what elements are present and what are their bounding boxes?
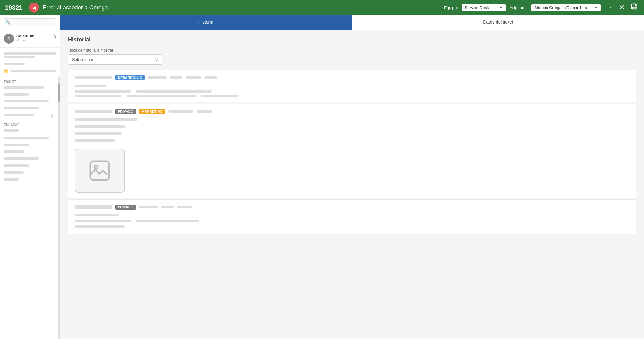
skel-line xyxy=(75,90,131,93)
tab-historial-label: Historial xyxy=(198,19,214,25)
filter-chevron-icon: ∨ xyxy=(155,57,158,62)
skel-line xyxy=(4,157,39,160)
sidebar: 🔍 S Selenium Portal ∧ 📁 xyxy=(0,15,60,339)
filter-label: Tipos de historial a mostrar xyxy=(68,48,636,52)
tabs: Historial Datos del ticket xyxy=(60,15,644,30)
tab-datos[interactable]: Datos del ticket xyxy=(352,15,644,30)
skel-line xyxy=(75,125,125,128)
team-value: Service Desk xyxy=(465,5,489,10)
sidebar-scroll-area: TICKET ∨ ENLAZAR xyxy=(0,77,60,339)
badge-desarrollo: DESARROLLO xyxy=(115,75,145,80)
enlazar-section: ENLAZAR xyxy=(0,121,58,186)
filter-select[interactable]: Seleccionar ∨ xyxy=(68,54,162,65)
profile-sub: Portal xyxy=(16,38,35,42)
skel-line xyxy=(4,171,24,174)
historial-title: Historial xyxy=(68,36,636,43)
skel-line xyxy=(75,110,112,113)
sidebar-collapse-button[interactable]: ∧ xyxy=(53,34,56,39)
skel-line xyxy=(204,76,217,79)
assignee-label: Asignado: xyxy=(509,5,528,10)
main-layout: 🔍 S Selenium Portal ∧ 📁 xyxy=(0,15,644,339)
svg-rect-1 xyxy=(633,4,635,6)
search-icon: 🔍 xyxy=(6,20,10,25)
team-select[interactable]: Service Desk ▼ xyxy=(462,4,506,11)
ticket-id: 19321 xyxy=(5,4,23,11)
skel-line xyxy=(127,95,196,97)
team-chevron-icon: ▼ xyxy=(499,6,502,9)
skel-line xyxy=(4,63,25,65)
team-label: Equipo: xyxy=(444,5,458,10)
svg-rect-3 xyxy=(90,161,109,180)
skel-line xyxy=(75,205,112,209)
skel-line xyxy=(168,110,193,113)
topbar: 19321 ◀ Error al acceder a Omega Equipo:… xyxy=(0,0,644,15)
ticket-title: Error al acceder a Omega xyxy=(43,4,440,11)
sidebar-search-area: 🔍 xyxy=(0,15,60,30)
badge-privado: PRIVADO xyxy=(115,205,136,210)
card-body xyxy=(75,117,630,193)
close-button[interactable]: ✕ xyxy=(618,2,626,13)
skel-line xyxy=(148,76,167,79)
tab-datos-label: Datos del ticket xyxy=(483,19,513,25)
arrow-right-icon: → xyxy=(606,3,613,11)
enlazar-section-title: ENLAZAR xyxy=(4,123,54,127)
save-button[interactable] xyxy=(630,2,639,13)
skel-line xyxy=(4,144,29,146)
card-body xyxy=(75,213,630,229)
skel-line xyxy=(4,107,39,109)
card-body xyxy=(75,83,630,97)
skel-line xyxy=(4,93,29,96)
skel-line xyxy=(4,114,34,116)
forward-button[interactable]: → xyxy=(604,2,614,13)
history-card: PRIVADO xyxy=(68,199,636,234)
image-placeholder xyxy=(75,149,125,193)
back-button[interactable]: ◀ xyxy=(29,3,39,13)
sidebar-inner: TICKET ∨ ENLAZAR xyxy=(0,77,58,339)
skel-line xyxy=(161,206,174,208)
assignee-value: Marcos Ortega - (Disponible) xyxy=(535,5,587,10)
skel-line xyxy=(4,86,44,89)
card-header: PRIVADO xyxy=(75,205,630,210)
skel-line xyxy=(75,139,115,142)
skel-line xyxy=(4,56,35,58)
skel-line xyxy=(11,70,56,72)
skel-line xyxy=(75,118,137,121)
card-header: DESARROLLO xyxy=(75,75,630,80)
search-input[interactable] xyxy=(4,18,56,26)
badge-privado: PRIVADO xyxy=(115,109,136,114)
content-area: Historial Datos del ticket Historial Tip… xyxy=(60,15,644,339)
ticket-section-title: TICKET xyxy=(4,80,54,84)
chevron-down-icon[interactable]: ∨ xyxy=(51,112,54,118)
profile-name: Selenium xyxy=(16,34,35,38)
filter-value: Seleccionar xyxy=(72,57,93,62)
skel-line xyxy=(75,132,122,135)
skel-line xyxy=(4,129,19,132)
skel-line xyxy=(75,95,122,97)
skel-line xyxy=(186,76,201,79)
avatar: S xyxy=(4,34,14,44)
skel-line xyxy=(170,76,182,79)
svg-point-4 xyxy=(94,165,97,168)
skel-line xyxy=(75,220,131,222)
skel-line xyxy=(136,220,199,222)
back-icon: ◀ xyxy=(32,5,36,11)
skel-line xyxy=(4,164,29,167)
skel-line xyxy=(201,95,239,97)
sidebar-scrollbar-thumb[interactable] xyxy=(58,83,60,102)
skel-line xyxy=(4,137,49,139)
folder-icon: 📁 xyxy=(4,68,9,74)
assignee-select[interactable]: Marcos Ortega - (Disponible) ▼ xyxy=(531,4,601,11)
card-header: PRIVADO MARKETING xyxy=(75,109,630,114)
profile-details: 📁 xyxy=(0,48,60,77)
sidebar-profile: S Selenium Portal ∧ xyxy=(0,30,60,48)
skel-line xyxy=(4,178,19,181)
sidebar-scrollbar[interactable] xyxy=(58,77,60,339)
tab-historial[interactable]: Historial xyxy=(60,15,352,30)
badge-marketing: MARKETING xyxy=(139,109,165,114)
skel-line xyxy=(75,76,112,79)
assignee-chevron-icon: ▼ xyxy=(594,6,597,9)
save-icon xyxy=(631,4,638,12)
history-card: PRIVADO MARKETING xyxy=(68,104,636,198)
card-row xyxy=(75,220,630,222)
skel-line xyxy=(4,150,24,153)
